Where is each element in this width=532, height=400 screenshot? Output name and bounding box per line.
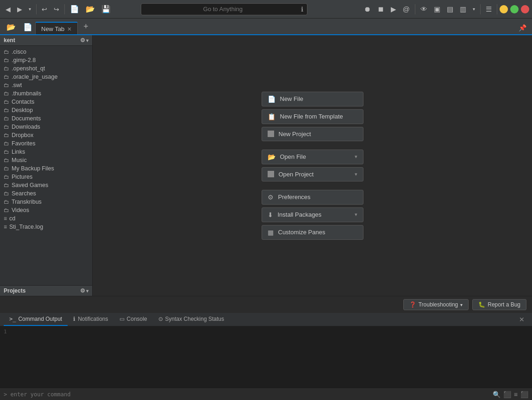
open-file-button[interactable]: 📂 Open File ▾ <box>262 150 363 164</box>
notifications-tab-icon: ℹ <box>73 316 75 322</box>
new-project-button[interactable]: New Project <box>262 127 363 141</box>
tree-item-label: Desktop <box>12 107 33 113</box>
list-item[interactable]: 🗀.cisco <box>0 48 92 56</box>
list-item[interactable]: 🗀Desktop <box>0 106 92 114</box>
list-item[interactable]: 🗀Links <box>0 148 92 156</box>
tab-close-icon[interactable]: ✕ <box>67 26 72 32</box>
back-button[interactable]: ◀ <box>3 4 13 15</box>
add-tab-button[interactable]: + <box>80 19 92 34</box>
stop-button[interactable]: ⏹ <box>375 3 387 15</box>
undo-button[interactable]: ↩ <box>39 4 50 15</box>
forward-button[interactable]: ▶ <box>14 4 25 15</box>
folder-icon: 🗀 <box>4 49 9 55</box>
customize-panes-icon: ▦ <box>268 229 274 236</box>
console-tab-label: Console <box>127 316 147 322</box>
tab-command-output[interactable]: >_ Command Output <box>4 313 68 326</box>
tree-item-label: .swt <box>12 82 22 88</box>
maximize-button[interactable] <box>510 5 519 13</box>
tabbar-folder-icon[interactable]: 📂 <box>2 20 20 34</box>
tab-console[interactable]: ▭ Console <box>114 313 153 326</box>
list-item[interactable]: 🗀Favorites <box>0 139 92 148</box>
list-item[interactable]: 🗀.gimp-2.8 <box>0 56 92 64</box>
list-item[interactable]: 🗀Videos <box>0 206 92 214</box>
new-file-toolbar-button[interactable]: 📄 <box>67 3 82 15</box>
report-bug-label: Report a Bug <box>488 301 520 308</box>
list-item[interactable]: 🗀.openshot_qt <box>0 64 92 73</box>
tab-syntax-checking[interactable]: ⊙ Syntax Checking Status <box>153 313 230 326</box>
record-button[interactable]: ⏺ <box>361 3 374 15</box>
command-lines-icon[interactable]: ≡ <box>514 391 518 398</box>
action-panel: 📄 New File 📋 New File from Template New … <box>262 92 363 240</box>
goto-input[interactable] <box>145 6 301 12</box>
bottom-panel-close-button[interactable]: ✕ <box>515 314 528 325</box>
at-button[interactable]: @ <box>400 3 413 15</box>
minimize-button[interactable] <box>500 5 508 13</box>
list-item[interactable]: 🗀.swt <box>0 81 92 89</box>
preferences-button[interactable]: ⚙ Preferences <box>262 190 363 205</box>
nav-dropdown-button[interactable]: ▾ <box>26 5 34 13</box>
command-input[interactable] <box>4 391 490 398</box>
goto-bar[interactable]: ℹ <box>141 3 307 15</box>
redo-button[interactable]: ↪ <box>51 4 62 15</box>
tree-item-label: Music <box>12 157 27 163</box>
report-bug-button[interactable]: 🐛 Report a Bug <box>472 299 526 310</box>
separator-2 <box>64 4 65 14</box>
list-item[interactable]: ≡cd <box>0 214 92 223</box>
command-grid-icon[interactable]: ⬛ <box>520 391 528 398</box>
tab-notifications[interactable]: ℹ Notifications <box>68 313 113 326</box>
layout-dropdown-button[interactable]: ▾ <box>470 5 478 13</box>
eye-button[interactable]: 👁 <box>418 3 430 15</box>
customize-panes-button[interactable]: ▦ Customize Panes <box>262 225 363 240</box>
list-item[interactable]: 🗀.thumbnails <box>0 89 92 98</box>
folder-icon: 🗀 <box>4 190 9 197</box>
right-toolbar-icons: ⏺ ⏹ ▶ @ 👁 ▣ ▤ ▥ ▾ ☰ <box>361 3 529 15</box>
folder-icon: 🗀 <box>4 199 9 205</box>
install-packages-label: Install Packages <box>278 211 322 218</box>
install-packages-button[interactable]: ⬇ Install Packages ▾ <box>262 207 363 222</box>
new-file-button[interactable]: 📄 New File <box>262 92 363 106</box>
new-file-icon: 📄 <box>268 95 275 103</box>
list-item[interactable]: 🗀Dropbox <box>0 131 92 139</box>
close-button[interactable] <box>521 5 529 13</box>
command-terminal-icon[interactable]: ⬛ <box>503 391 511 398</box>
main-area: kent ⚙ ▾ 🗀.cisco🗀.gimp-2.8🗀.openshot_qt🗀… <box>0 35 532 296</box>
layout2-button[interactable]: ▤ <box>444 3 456 15</box>
command-search-icon[interactable]: 🔍 <box>493 391 501 398</box>
projects-gear-button[interactable]: ⚙ ▾ <box>80 288 88 294</box>
hamburger-menu-button[interactable]: ☰ <box>483 3 494 15</box>
list-item[interactable]: 🗀Transkribus <box>0 198 92 206</box>
open-folder-toolbar-button[interactable]: 📂 <box>83 3 98 15</box>
list-item[interactable]: 🗀Pictures <box>0 173 92 181</box>
folder-icon: 🗀 <box>4 132 9 138</box>
list-item[interactable]: 🗀Downloads <box>0 123 92 131</box>
layout1-button[interactable]: ▣ <box>431 3 443 15</box>
tree-item-label: Transkribus <box>12 199 42 205</box>
save-toolbar-button[interactable]: 💾 <box>99 3 113 15</box>
spacer-1 <box>262 144 363 147</box>
sidebar-gear-button[interactable]: ⚙ ▾ <box>80 37 88 44</box>
separator-3 <box>415 4 415 14</box>
list-item[interactable]: 🗀.oracle_jre_usage <box>0 73 92 81</box>
new-file-template-button[interactable]: 📋 New File from Template <box>262 109 363 124</box>
open-project-button[interactable]: Open Project ▾ <box>262 167 363 181</box>
list-item[interactable]: 🗀Saved Games <box>0 181 92 189</box>
troubleshooting-button[interactable]: ❓ Troubleshooting ▾ <box>403 299 469 310</box>
list-item[interactable]: 🗀Music <box>0 156 92 164</box>
list-item[interactable]: 🗀Documents <box>0 114 92 123</box>
separator-4 <box>480 4 481 14</box>
sidebar-user-label: kent <box>4 37 15 44</box>
list-item[interactable]: 🗀Contacts <box>0 98 92 106</box>
goto-info-icon: ℹ <box>301 6 303 13</box>
folder-icon: 🗀 <box>4 74 9 80</box>
tabbar-file-icon[interactable]: 📄 <box>20 20 35 34</box>
list-item[interactable]: 🗀Searches <box>0 189 92 198</box>
list-item[interactable]: 🗀My Backup Files <box>0 164 92 173</box>
tab-pin-icon[interactable]: 📌 <box>515 21 530 34</box>
folder-icon: 🗀 <box>4 174 9 180</box>
tree-item-label: Videos <box>12 207 29 213</box>
folder-icon: 🗀 <box>4 65 9 72</box>
layout3-button[interactable]: ▥ <box>457 3 469 15</box>
new-tab[interactable]: New Tab ✕ <box>35 22 78 34</box>
play-button[interactable]: ▶ <box>388 3 399 15</box>
list-item[interactable]: ≡Sti_Trace.log <box>0 223 92 231</box>
